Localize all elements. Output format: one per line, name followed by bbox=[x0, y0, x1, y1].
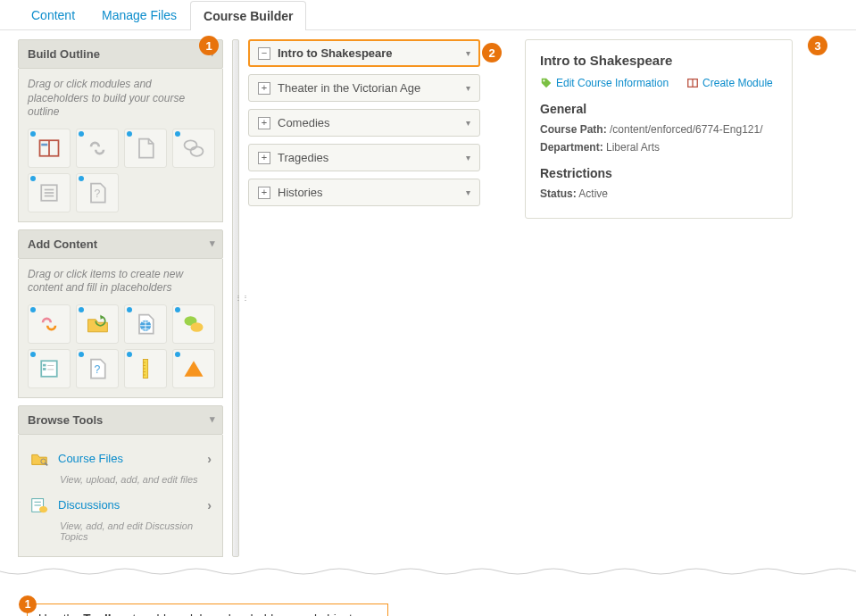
svg-point-13 bbox=[191, 322, 204, 332]
browse-tools-title: Browse Tools bbox=[28, 413, 103, 427]
svg-rect-15 bbox=[43, 364, 46, 367]
general-heading: General bbox=[540, 102, 777, 116]
svg-point-3 bbox=[185, 140, 197, 150]
detail-title: Intro to Shakespeare bbox=[540, 53, 777, 68]
tab-course-builder[interactable]: Course Builder bbox=[190, 1, 306, 30]
discussions-label: Discussions bbox=[58, 498, 120, 512]
add-content-hint: Drag or click items to create new conten… bbox=[28, 268, 213, 296]
dropdown-icon[interactable]: ▾ bbox=[466, 48, 470, 58]
tree-node-label: Theater in the Victorian Age bbox=[278, 81, 420, 95]
tab-manage-files[interactable]: Manage Files bbox=[88, 0, 190, 29]
dropdown-icon[interactable]: ▾ bbox=[466, 118, 470, 128]
svg-rect-2 bbox=[41, 144, 47, 146]
browse-discussions[interactable]: Discussions › bbox=[28, 490, 213, 520]
callout-badge-1: 1 bbox=[19, 595, 37, 613]
add-content-body: Drag or click items to create new conten… bbox=[18, 259, 223, 398]
toolbox-panel: Build Outline ▾ Drag or click modules an… bbox=[18, 39, 223, 557]
splitter-handle[interactable]: ⋮⋮ bbox=[232, 39, 239, 557]
annotation-badge-2: 2 bbox=[482, 43, 502, 62]
status-row: Status: Active bbox=[540, 187, 777, 200]
folder-search-icon bbox=[29, 449, 49, 469]
expand-icon[interactable]: + bbox=[258, 187, 270, 199]
build-outline-body: Drag or click modules and placeholders t… bbox=[18, 69, 223, 222]
svg-point-4 bbox=[191, 146, 204, 156]
svg-line-28 bbox=[45, 463, 47, 466]
tree-node[interactable]: + Comedies ▾ bbox=[248, 109, 480, 137]
tree-root-label: Intro to Shakespeare bbox=[278, 46, 393, 60]
checklist-icon[interactable] bbox=[28, 173, 71, 212]
svg-marker-26 bbox=[185, 361, 204, 377]
collapse-icon[interactable]: − bbox=[258, 47, 270, 60]
svg-text:?: ? bbox=[95, 187, 101, 200]
tree-node[interactable]: + Histories ▾ bbox=[248, 179, 480, 206]
dropdown-icon[interactable]: ▾ bbox=[466, 83, 470, 93]
restrictions-heading: Restrictions bbox=[540, 166, 777, 180]
dropdown-icon[interactable]: ▾ bbox=[466, 153, 470, 162]
svg-point-33 bbox=[543, 79, 544, 81]
browse-tools-body: Course Files › View, upload, add, and ed… bbox=[18, 435, 223, 557]
chevron-right-icon: › bbox=[207, 452, 212, 466]
tree-node[interactable]: + Tragedies ▾ bbox=[248, 144, 480, 171]
browse-tools-header[interactable]: Browse Tools ▾ bbox=[18, 405, 223, 435]
file-icon[interactable] bbox=[124, 129, 167, 168]
global-file-icon[interactable] bbox=[124, 304, 167, 344]
folder-open-icon[interactable] bbox=[76, 304, 119, 344]
course-files-label: Course Files bbox=[58, 452, 123, 465]
main-area: 1 2 3 Build Outline ▾ Drag or click modu… bbox=[0, 30, 856, 566]
warning-icon[interactable] bbox=[172, 349, 215, 388]
annotation-badge-1: 1 bbox=[199, 36, 219, 55]
tree-node-label: Histories bbox=[278, 186, 323, 199]
ruler-icon[interactable] bbox=[124, 349, 167, 388]
department-row: Department: Liberal Arts bbox=[540, 141, 777, 154]
build-outline-header[interactable]: Build Outline ▾ bbox=[18, 39, 223, 69]
link-color-icon[interactable] bbox=[28, 304, 71, 344]
tag-icon bbox=[540, 77, 553, 89]
annotation-badge-3: 3 bbox=[808, 36, 827, 55]
course-tree: − Intro to Shakespeare ▾ + Theater in th… bbox=[248, 39, 480, 557]
expand-icon[interactable]: + bbox=[258, 117, 270, 129]
torn-edge bbox=[0, 566, 856, 582]
chevron-down-icon: ▾ bbox=[210, 237, 215, 249]
svg-point-32 bbox=[39, 506, 47, 512]
tree-node[interactable]: + Theater in the Victorian Age ▾ bbox=[248, 74, 480, 102]
tree-node-label: Comedies bbox=[278, 116, 330, 129]
callout-1: 1 Use the Toolbox to add modules, placeh… bbox=[27, 604, 388, 616]
unknown-file-color-icon[interactable]: ? bbox=[76, 349, 119, 388]
chat-icon[interactable] bbox=[172, 304, 215, 344]
build-outline-title: Build Outline bbox=[28, 47, 100, 61]
selected-node-panel: Intro to Shakespeare Edit Course Informa… bbox=[525, 39, 793, 557]
browse-course-files[interactable]: Course Files › bbox=[28, 444, 213, 474]
expand-icon[interactable]: + bbox=[258, 82, 270, 95]
tree-node-label: Tragedies bbox=[278, 151, 328, 164]
svg-rect-16 bbox=[43, 368, 46, 370]
tab-content[interactable]: Content bbox=[18, 0, 88, 29]
add-content-header[interactable]: Add Content ▾ bbox=[18, 229, 223, 259]
module-icon[interactable] bbox=[28, 129, 71, 168]
checklist-color-icon[interactable] bbox=[28, 349, 71, 388]
course-path-row: Course Path: /content/enforced/6774-Eng1… bbox=[540, 123, 777, 136]
discussion-icon[interactable] bbox=[172, 129, 215, 168]
tree-root-node[interactable]: − Intro to Shakespeare ▾ bbox=[248, 39, 480, 67]
discussions-sub: View, add, and edit Discussion Topics bbox=[60, 520, 213, 542]
discussions-list-icon bbox=[29, 495, 49, 515]
edit-course-info-link[interactable]: Edit Course Information bbox=[540, 77, 669, 89]
expand-icon[interactable]: + bbox=[258, 152, 270, 164]
link-icon[interactable] bbox=[76, 129, 119, 168]
top-tabs: Content Manage Files Course Builder bbox=[0, 0, 856, 30]
dropdown-icon[interactable]: ▾ bbox=[466, 187, 470, 197]
build-outline-hint: Drag or click modules and placeholders t… bbox=[28, 78, 213, 120]
chevron-down-icon: ▾ bbox=[210, 413, 215, 425]
course-files-sub: View, upload, add, and edit files bbox=[60, 474, 213, 485]
create-module-link[interactable]: Create Module bbox=[686, 77, 773, 89]
add-content-title: Add Content bbox=[28, 237, 97, 251]
module-small-icon bbox=[686, 77, 699, 89]
annotation-callouts: 1 Use the Toolbox to add modules, placeh… bbox=[0, 582, 856, 616]
svg-text:?: ? bbox=[95, 363, 101, 376]
chevron-right-icon: › bbox=[207, 498, 212, 512]
unknown-file-icon[interactable]: ? bbox=[76, 173, 119, 212]
